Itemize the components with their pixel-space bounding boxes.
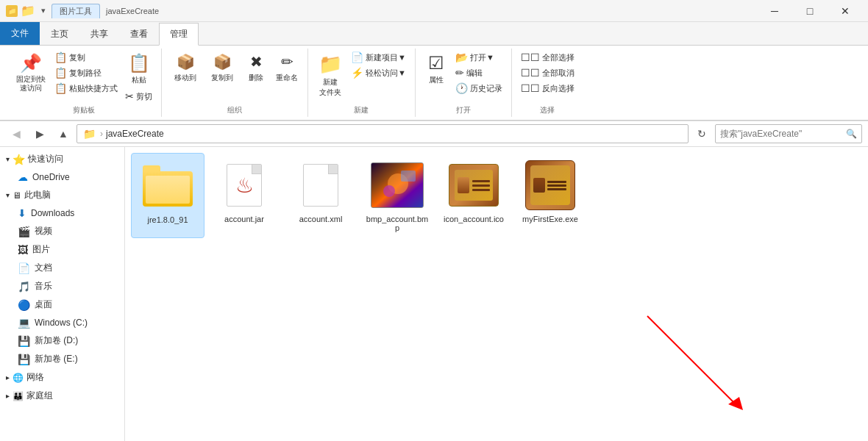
sidebar-item-network[interactable]: ▸ 🌐 网络 bbox=[0, 368, 124, 387]
delete-button[interactable]: ✖ 删除 bbox=[241, 50, 271, 86]
sidebar-item-e-drive[interactable]: 💾 新加卷 (E:) bbox=[0, 350, 124, 368]
ico-icon-container bbox=[447, 159, 500, 212]
search-input[interactable] bbox=[720, 129, 846, 139]
easy-access-button[interactable]: ⚡ 轻松访问▼ bbox=[348, 65, 409, 80]
title-spacer: ▾ bbox=[41, 6, 46, 15]
deselect-icon: ☐☐ bbox=[521, 67, 540, 79]
open-label: 打开 bbox=[456, 105, 471, 115]
ribbon: 文件 主页 共享 查看 管理 📌 固定到快速访问 📋 复制 📋 bbox=[0, 22, 868, 121]
ico-card bbox=[455, 170, 493, 201]
invert-select-button[interactable]: ☐☐ 反向选择 bbox=[518, 81, 577, 96]
new-items: 📁 新建文件夹 📄 新建项目▼ ⚡ 轻松访问▼ bbox=[314, 50, 409, 104]
music-icon: 🎵 bbox=[18, 281, 30, 293]
history-label: 历史记录 bbox=[470, 83, 502, 94]
sidebar-item-downloads[interactable]: ⬇ Downloads bbox=[0, 204, 124, 222]
c-drive-icon: 💻 bbox=[18, 317, 30, 329]
onedrive-icon: ☁ bbox=[18, 171, 28, 183]
back-button[interactable]: ◀ bbox=[6, 125, 26, 143]
organize-items: 📦 移动到 📦 复制到 ✖ 删除 ✏ 重命名 bbox=[168, 50, 302, 104]
file-label: account.xml bbox=[299, 215, 343, 223]
sidebar-item-videos[interactable]: 🎬 视频 bbox=[0, 222, 124, 240]
cut-button[interactable]: ✂ 剪切 bbox=[122, 89, 155, 104]
close-button[interactable]: ✕ bbox=[828, 0, 862, 22]
rename-button[interactable]: ✏ 重命名 bbox=[272, 50, 302, 86]
pin-label: 固定到快速访问 bbox=[16, 75, 46, 93]
folder-icon-container bbox=[141, 159, 194, 212]
path-text: javaExeCreate bbox=[106, 129, 164, 139]
java-logo: ♨ bbox=[235, 173, 254, 198]
search-box[interactable]: 🔍 bbox=[715, 124, 862, 143]
deselect-all-label: 全部取消 bbox=[542, 68, 574, 79]
new-folder-button[interactable]: 📁 新建文件夹 bbox=[314, 50, 346, 101]
sidebar-item-c-drive[interactable]: 💻 Windows (C:) bbox=[0, 314, 124, 331]
properties-button[interactable]: ☑ 属性 bbox=[421, 50, 451, 88]
sidebar-item-onedrive[interactable]: ☁ OneDrive bbox=[0, 168, 124, 186]
list-item[interactable]: bmp_account.bmp bbox=[360, 153, 434, 238]
properties-icon: ☑ bbox=[428, 53, 444, 74]
sidebar-item-homegroup[interactable]: ▸ 👪 家庭组 bbox=[0, 387, 124, 405]
sidebar-item-d-drive[interactable]: 💾 新加卷 (D:) bbox=[0, 331, 124, 350]
new-item-button[interactable]: 📄 新建项目▼ bbox=[348, 50, 409, 65]
list-item[interactable]: myFirstExe.exe bbox=[513, 153, 587, 238]
list-item[interactable]: icon_account.ico bbox=[437, 153, 511, 238]
d-drive-label: 新加卷 (D:) bbox=[35, 334, 78, 347]
maximize-button[interactable]: □ bbox=[793, 0, 827, 22]
edit-button[interactable]: ✏ 编辑 bbox=[452, 65, 505, 80]
jar-icon-container: ♨ bbox=[218, 159, 271, 212]
ico-icon-shape bbox=[449, 164, 499, 207]
sidebar-item-desktop[interactable]: 🔵 桌面 bbox=[0, 295, 124, 314]
tab-home[interactable]: 主页 bbox=[40, 23, 79, 46]
sidebar-item-music[interactable]: 🎵 音乐 bbox=[0, 277, 124, 295]
videos-icon: 🎬 bbox=[18, 226, 30, 237]
address-path[interactable]: 📁 › javaExeCreate bbox=[77, 124, 689, 143]
forward-button[interactable]: ▶ bbox=[29, 125, 50, 143]
c-drive-label: Windows (C:) bbox=[35, 318, 88, 328]
tab-view[interactable]: 查看 bbox=[119, 23, 159, 46]
sidebar-item-quick-access[interactable]: ▾ ⭐ 快速访问 bbox=[0, 150, 124, 168]
image-tools-tab[interactable]: 图片工具 bbox=[51, 4, 100, 18]
select-all-button[interactable]: ☐☐ 全部选择 bbox=[518, 50, 577, 65]
main-content: ▾ ⭐ 快速访问 ☁ OneDrive ▾ 🖥 此电脑 ⬇ Downloads … bbox=[0, 147, 868, 441]
file-label: jre1.8.0_91 bbox=[147, 215, 188, 224]
tab-file[interactable]: 文件 bbox=[0, 22, 40, 45]
rename-label: 重命名 bbox=[276, 73, 298, 83]
list-item[interactable]: account.xml bbox=[284, 153, 357, 238]
homegroup-icon: 👪 bbox=[13, 391, 24, 401]
refresh-button[interactable]: ↻ bbox=[691, 124, 712, 143]
copy-to-button[interactable]: 📦 复制到 bbox=[204, 50, 240, 86]
title-bar-controls: ─ □ ✕ bbox=[758, 0, 862, 22]
tab-share[interactable]: 共享 bbox=[79, 23, 119, 46]
move-to-button[interactable]: 📦 移动到 bbox=[168, 50, 203, 86]
deselect-all-button[interactable]: ☐☐ 全部取消 bbox=[518, 65, 577, 80]
sidebar-item-pictures[interactable]: 🖼 图片 bbox=[0, 240, 124, 259]
tab-manage[interactable]: 管理 bbox=[159, 23, 199, 46]
sidebar-item-documents[interactable]: 📄 文档 bbox=[0, 259, 124, 277]
svg-marker-5 bbox=[728, 397, 743, 410]
up-button[interactable]: ▲ bbox=[53, 125, 74, 143]
copy-path-button[interactable]: 📋 复制路径 bbox=[51, 65, 121, 80]
copy-button[interactable]: 📋 复制 bbox=[51, 50, 121, 65]
paste-button[interactable]: 📋 粘贴 bbox=[122, 50, 155, 88]
folder-body bbox=[143, 171, 193, 207]
clipboard-col: 📋 复制 📋 复制路径 📋 粘贴快捷方式 bbox=[51, 50, 121, 96]
file-view[interactable]: jre1.8.0_91 ♨ account.jar account.xml bbox=[125, 147, 868, 441]
organize-label: 组织 bbox=[227, 105, 242, 115]
exe-icon-shape bbox=[525, 160, 575, 210]
history-button[interactable]: 🕐 历史记录 bbox=[452, 81, 505, 96]
search-icon[interactable]: 🔍 bbox=[846, 129, 857, 139]
sidebar-item-this-pc[interactable]: ▾ 🖥 此电脑 bbox=[0, 186, 124, 204]
list-item[interactable]: jre1.8.0_91 bbox=[131, 153, 204, 238]
downloads-icon: ⬇ bbox=[18, 207, 26, 219]
paste-shortcut-button[interactable]: 📋 粘贴快捷方式 bbox=[51, 81, 121, 96]
scissors-icon: ✂ bbox=[125, 90, 134, 102]
paste-shortcut-label: 粘贴快捷方式 bbox=[69, 83, 118, 94]
xml-icon-shape bbox=[303, 164, 338, 207]
open-button[interactable]: 📂 打开▼ bbox=[452, 50, 505, 65]
list-item[interactable]: ♨ account.jar bbox=[207, 153, 281, 238]
history-icon: 🕐 bbox=[455, 82, 468, 94]
ribbon-tabs: 文件 主页 共享 查看 管理 bbox=[0, 22, 868, 46]
pin-quick-access-button[interactable]: 📌 固定到快速访问 bbox=[12, 50, 50, 96]
copy-icon: 📋 bbox=[54, 51, 67, 63]
minimize-button[interactable]: ─ bbox=[758, 0, 791, 22]
select-items: ☐☐ 全部选择 ☐☐ 全部取消 ☐☐ 反向选择 bbox=[518, 50, 577, 104]
